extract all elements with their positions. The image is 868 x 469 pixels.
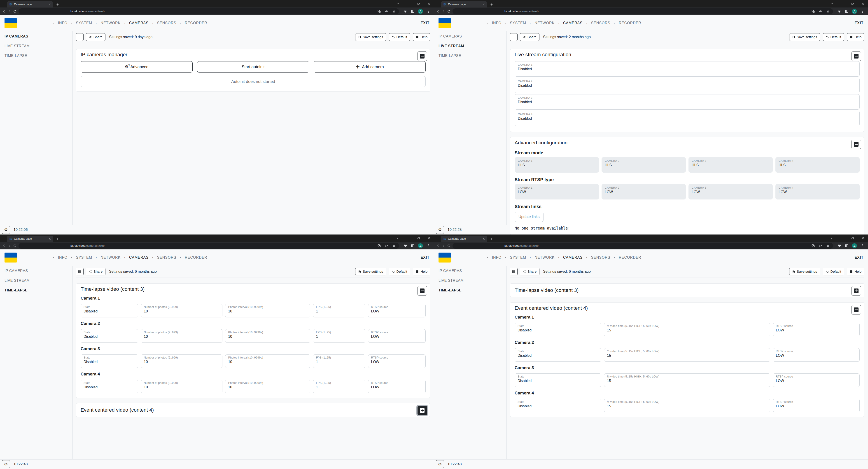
profile-button[interactable]: Д <box>418 243 423 248</box>
minimize-button[interactable] <box>837 235 847 242</box>
extensions-button[interactable] <box>837 9 841 13</box>
nav-item-sensors[interactable]: SENSORS <box>157 21 176 25</box>
sidebar-item-time-lapse[interactable]: TIME-LAPSE <box>438 54 506 58</box>
split-screen-button[interactable] <box>410 244 414 248</box>
bookmark-button[interactable] <box>392 244 396 247</box>
forward-button[interactable] <box>442 244 445 247</box>
close-window-button[interactable] <box>424 0 434 7</box>
forward-button[interactable] <box>8 244 11 247</box>
camera-1-field[interactable]: CAMERA 1Disabled <box>515 61 860 77</box>
rtsp-source-field[interactable]: RTSP sourceLOW <box>773 374 860 387</box>
number-of-photos-2-999-field[interactable]: Number of photos (2..999)10 <box>141 380 223 393</box>
exit-link[interactable]: EXIT <box>421 21 430 25</box>
tab-search-button[interactable] <box>393 0 403 7</box>
browser-tab[interactable]: BCameras page <box>441 1 487 7</box>
sidebar-item-live-stream[interactable]: LIVE STREAM <box>4 279 72 283</box>
fps-1-25-field[interactable]: FPS (1..25)1 <box>313 329 365 343</box>
reload-button[interactable] <box>13 9 17 13</box>
bookmark-button[interactable] <box>826 9 830 13</box>
photos-interval-10-9999s-field[interactable]: Photos interval (10..9999s)10 <box>225 329 310 343</box>
restore-button[interactable] <box>413 235 424 242</box>
split-screen-button[interactable] <box>844 244 848 248</box>
share-page-button[interactable] <box>385 9 389 13</box>
extensions-button[interactable] <box>403 9 407 13</box>
rtsp-source-field[interactable]: RTSP sourceLOW <box>368 329 426 343</box>
nav-item-network[interactable]: NETWORK <box>101 256 121 260</box>
rtsp-source-field[interactable]: RTSP sourceLOW <box>368 380 426 393</box>
nav-item-system[interactable]: SYSTEM <box>76 256 92 260</box>
back-button[interactable] <box>2 244 6 247</box>
exit-link[interactable]: EXIT <box>855 21 864 25</box>
nav-item-system[interactable]: SYSTEM <box>510 256 526 260</box>
photos-interval-10-9999s-field[interactable]: Photos interval (10..9999s)10 <box>225 354 310 368</box>
tab-close-button[interactable] <box>483 3 485 6</box>
share-page-button[interactable] <box>819 9 823 13</box>
share-page-button[interactable] <box>819 244 823 247</box>
exit-link[interactable]: EXIT <box>855 256 864 260</box>
number-of-photos-2-999-field[interactable]: Number of photos (2..999)10 <box>141 329 223 343</box>
share-button[interactable]: Share <box>520 268 539 275</box>
nav-item-sensors[interactable]: SENSORS <box>591 21 610 25</box>
save-settings-button[interactable]: Save settings <box>789 33 820 41</box>
nav-item-system[interactable]: SYSTEM <box>76 21 92 25</box>
nav-item-recorder[interactable]: RECORDER <box>185 21 207 25</box>
sidebar-item-live-stream[interactable]: LIVE STREAM <box>4 44 72 48</box>
rtsp-source-field[interactable]: RTSP sourceLOW <box>773 348 860 362</box>
sidebar-item-ip-cameras[interactable]: IP CAMERAS <box>4 269 72 273</box>
rtsp-source-field[interactable]: RTSP sourceLOW <box>773 399 860 412</box>
profile-button[interactable]: Д <box>418 9 423 14</box>
sidebar-item-live-stream[interactable]: LIVE STREAM <box>438 279 506 283</box>
expand-panel-button[interactable] <box>417 406 427 415</box>
extensions-button[interactable] <box>403 244 407 248</box>
tab-close-button[interactable] <box>483 237 485 240</box>
browser-menu-button[interactable] <box>426 244 430 248</box>
profile-button[interactable]: Д <box>852 243 857 248</box>
nav-item-network[interactable]: NETWORK <box>535 21 555 25</box>
state-field[interactable]: StateDisabled <box>81 354 138 368</box>
tab-search-button[interactable] <box>827 235 837 242</box>
number-of-photos-2-999-field[interactable]: Number of photos (2..999)10 <box>141 304 223 317</box>
default-button[interactable]: Default <box>389 268 410 275</box>
reload-button[interactable] <box>13 244 17 247</box>
split-screen-button[interactable] <box>410 9 414 13</box>
browser-tab[interactable]: BCameras page <box>7 236 53 242</box>
back-button[interactable] <box>436 244 440 247</box>
state-field[interactable]: StateDisabled <box>81 329 138 343</box>
share-button[interactable]: Share <box>86 268 105 275</box>
new-tab-button[interactable] <box>56 3 59 6</box>
sidebar-item-ip-cameras[interactable]: IP CAMERAS <box>4 34 72 38</box>
state-field[interactable]: StateDisabled <box>515 374 601 387</box>
exit-link[interactable]: EXIT <box>421 256 430 260</box>
camera-2-field[interactable]: CAMERA 2Disabled <box>515 78 860 93</box>
back-button[interactable] <box>436 9 440 13</box>
menu-button[interactable] <box>76 268 84 275</box>
close-window-button[interactable] <box>858 235 868 242</box>
share-button[interactable]: Share <box>520 33 539 41</box>
tab-close-button[interactable] <box>49 237 51 240</box>
close-window-button[interactable] <box>424 235 434 242</box>
bookmark-button[interactable] <box>392 9 396 13</box>
advanced-button[interactable]: ⚙⚙Advanced <box>81 61 193 72</box>
collapse-panel-button[interactable] <box>851 52 861 61</box>
translate-button[interactable] <box>377 244 381 247</box>
settings-gear-button[interactable]: ⚙ <box>2 460 10 468</box>
rtsp-source-field[interactable]: RTSP sourceLOW <box>368 354 426 368</box>
state-field[interactable]: StateDisabled <box>515 323 601 336</box>
tab-close-button[interactable] <box>49 3 51 6</box>
help-button[interactable]: Help <box>413 33 430 41</box>
browser-menu-button[interactable] <box>860 244 864 248</box>
nav-item-info[interactable]: INFO <box>492 21 501 25</box>
add-camera-button[interactable]: +Add camera <box>314 61 426 72</box>
sidebar-item-time-lapse[interactable]: TIME-LAPSE <box>4 54 72 58</box>
state-field[interactable]: StateDisabled <box>81 380 138 393</box>
back-button[interactable] <box>2 9 6 13</box>
nav-item-recorder[interactable]: RECORDER <box>185 256 207 260</box>
sidebar-item-time-lapse[interactable]: TIME-LAPSE <box>438 288 506 292</box>
nav-item-recorder[interactable]: RECORDER <box>619 21 641 25</box>
restore-button[interactable] <box>413 0 424 7</box>
help-button[interactable]: Help <box>847 268 864 275</box>
nav-item-network[interactable]: NETWORK <box>101 21 121 25</box>
settings-gear-button[interactable]: ⚙ <box>436 460 444 468</box>
photos-interval-10-9999s-field[interactable]: Photos interval (10..9999s)10 <box>225 304 310 317</box>
restore-button[interactable] <box>847 235 858 242</box>
